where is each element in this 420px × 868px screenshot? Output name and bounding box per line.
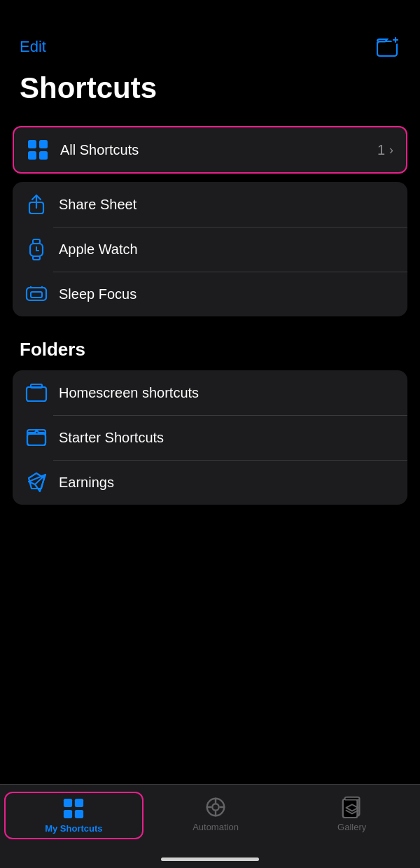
svg-point-29: [212, 804, 218, 810]
svg-rect-38: [344, 797, 359, 800]
svg-rect-27: [75, 810, 83, 818]
svg-rect-25: [75, 799, 83, 807]
folders-label: Folders: [0, 333, 420, 370]
tab-automation[interactable]: Automation: [148, 792, 284, 836]
share-sheet-icon: [25, 193, 48, 216]
tab-my-shortcuts-label: My Shortcuts: [45, 823, 102, 834]
share-sheet-label: Share Sheet: [59, 197, 395, 213]
home-indicator: [161, 858, 259, 861]
svg-rect-19: [27, 387, 46, 401]
tab-my-shortcuts[interactable]: My Shortcuts: [4, 792, 144, 839]
tab-gallery[interactable]: Gallery: [284, 792, 420, 836]
gallery-tab-icon: [341, 796, 363, 818]
homescreen-icon: [25, 382, 48, 404]
homescreen-shortcuts-item[interactable]: Homescreen shortcuts: [13, 370, 407, 415]
svg-rect-26: [64, 810, 72, 818]
starter-shortcuts-icon: [25, 426, 48, 449]
sleep-focus-icon: [25, 283, 48, 305]
svg-rect-15: [27, 288, 46, 300]
earnings-label: Earnings: [59, 475, 395, 491]
all-shortcuts-label: All Shortcuts: [60, 142, 377, 158]
sleep-focus-label: Sleep Focus: [59, 286, 395, 302]
tab-bar: My Shortcuts Automation: [0, 784, 420, 868]
page-title: Shortcuts: [0, 66, 420, 119]
starter-shortcuts-item[interactable]: Starter Shortcuts: [13, 415, 407, 460]
svg-rect-20: [31, 384, 42, 388]
earnings-icon: [25, 471, 48, 493]
homescreen-label: Homescreen shortcuts: [59, 385, 395, 401]
svg-rect-12: [33, 256, 40, 260]
all-shortcuts-icon: [27, 139, 49, 161]
folders-list: Homescreen shortcuts Starter Shortcuts E…: [13, 370, 407, 505]
all-shortcuts-chevron: ›: [389, 143, 393, 158]
automation-tab-icon: [204, 796, 227, 818]
apple-watch-label: Apple Watch: [59, 241, 395, 258]
svg-rect-21: [27, 434, 46, 445]
svg-rect-36: [342, 799, 357, 818]
svg-rect-4: [28, 140, 36, 148]
svg-rect-6: [28, 151, 36, 160]
tab-gallery-label: Gallery: [337, 822, 366, 832]
starter-shortcuts-label: Starter Shortcuts: [59, 430, 395, 446]
apple-watch-item[interactable]: Apple Watch: [13, 227, 407, 272]
shortcuts-list: Share Sheet Apple Watch Sleep Focus: [13, 182, 407, 316]
header: Edit: [0, 0, 420, 66]
sleep-focus-item[interactable]: Sleep Focus: [13, 272, 407, 316]
earnings-item[interactable]: Earnings: [13, 460, 407, 505]
svg-rect-16: [31, 292, 42, 298]
svg-rect-11: [33, 239, 40, 244]
edit-button[interactable]: Edit: [20, 38, 46, 56]
new-folder-icon[interactable]: [377, 36, 400, 57]
svg-rect-24: [64, 799, 72, 807]
all-shortcuts-badge: 1: [377, 142, 385, 158]
svg-rect-7: [39, 151, 48, 160]
my-shortcuts-tab-icon: [62, 797, 85, 820]
tab-automation-label: Automation: [192, 822, 239, 832]
share-sheet-item[interactable]: Share Sheet: [13, 182, 407, 227]
apple-watch-icon: [25, 238, 48, 260]
svg-rect-5: [39, 140, 48, 148]
all-shortcuts-item[interactable]: All Shortcuts 1 ›: [13, 126, 407, 174]
